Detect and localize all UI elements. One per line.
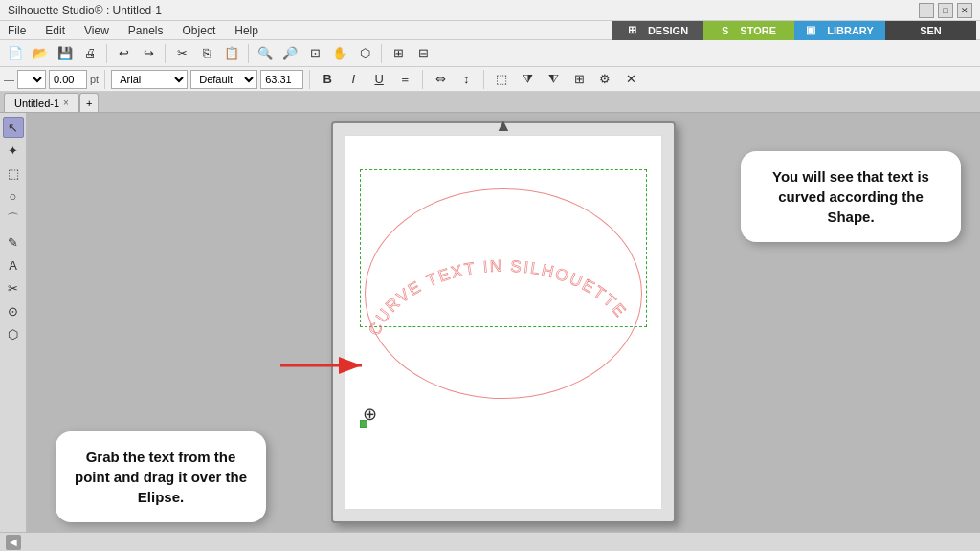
sep1 — [106, 44, 107, 63]
app-title: Silhouette Studio® : Untitled-1 — [8, 4, 919, 17]
sep4 — [381, 44, 382, 63]
tab-bar: Untitled-1 × + — [0, 92, 980, 113]
sep-t3 — [422, 70, 423, 89]
draw-tool[interactable]: ✎ — [3, 231, 24, 253]
align-button[interactable]: ≡ — [393, 68, 416, 91]
menu-edit[interactable]: Edit — [41, 24, 69, 37]
group-button[interactable]: ⊞ — [387, 42, 410, 65]
shape-tool[interactable]: ⬡ — [3, 323, 24, 344]
ellipse-tool[interactable]: ○ — [3, 186, 24, 207]
main-area: ↖ ✦ ⬚ ○ ⌒ ✎ A ✂ ⊙ ⬡ ▲ — [0, 113, 980, 532]
maximize-button[interactable]: □ — [938, 3, 953, 18]
replicate-button[interactable]: ⧨ — [542, 68, 565, 91]
title-bar: Silhouette Studio® : Untitled-1 – □ ✕ — [0, 0, 980, 21]
text-tool[interactable]: A — [3, 254, 24, 276]
style-selector[interactable]: Default — [190, 70, 257, 89]
hand-button[interactable]: ✋ — [328, 42, 351, 65]
tab-design[interactable]: ⊞ DESIGN — [612, 21, 703, 40]
add-icon: + — [86, 98, 92, 109]
curve-tool[interactable]: ⌒ — [3, 209, 24, 230]
print-button[interactable]: 🖨 — [78, 42, 101, 65]
menu-bar: File Edit View Panels Object Help ⊞ DESI… — [0, 21, 980, 40]
knife-button[interactable]: ⚙ — [593, 68, 616, 91]
sep2 — [165, 44, 166, 63]
scroll-left-button[interactable]: ◀ — [6, 535, 21, 550]
bubble-left-text: Grab the text from the point and drag it… — [75, 449, 247, 505]
fit-button[interactable]: ⊡ — [303, 42, 326, 65]
zoom-in-button[interactable]: 🔍 — [254, 42, 277, 65]
spacing-button[interactable]: ⇔ — [429, 68, 452, 91]
offset-button[interactable]: ↕ — [455, 68, 478, 91]
transform-button[interactable]: ⬚ — [490, 68, 513, 91]
fill-tool[interactable]: ⊙ — [3, 300, 24, 321]
cut-tool[interactable]: ✂ — [3, 277, 24, 298]
pt-field[interactable] — [49, 70, 87, 89]
font-selector[interactable]: Arial — [111, 70, 188, 89]
page-arrow-icon: ▲ — [495, 116, 512, 136]
undo-button[interactable]: ↩ — [112, 42, 135, 65]
delete-button[interactable]: ✕ — [619, 68, 642, 91]
sep-t2 — [309, 70, 310, 89]
right-tooltip-bubble: You will see that text is curved accordi… — [741, 151, 961, 242]
bubble-right-text: You will see that text is curved accordi… — [772, 168, 929, 225]
menu-help[interactable]: Help — [231, 24, 262, 37]
stack-button[interactable]: ⊞ — [568, 68, 590, 91]
italic-button[interactable]: I — [342, 68, 365, 91]
tab-title: Untitled-1 — [14, 98, 59, 109]
tab-library[interactable]: ▣ LIBRARY — [794, 21, 885, 40]
copy-button[interactable]: ⎘ — [195, 42, 218, 65]
canvas-area: ▲ CURVE TEXT IN SILHOUETTE — [27, 113, 980, 532]
status-bar: ◀ — [0, 532, 980, 551]
pt-label: pt — [90, 74, 99, 85]
sep-t4 — [483, 70, 484, 89]
zoom-out-button[interactable]: 🔎 — [278, 42, 301, 65]
stroke-dropdown[interactable] — [17, 70, 46, 89]
sep3 — [248, 44, 249, 63]
svg-text:CURVE TEXT IN SILHOUETTE: CURVE TEXT IN SILHOUETTE — [366, 257, 631, 339]
left-tooltip-bubble: Grab the text from the point and drag it… — [56, 431, 266, 522]
minimize-button[interactable]: – — [919, 3, 934, 18]
menu-file[interactable]: File — [4, 24, 30, 37]
node-tool[interactable]: ✦ — [3, 140, 24, 161]
menu-panels[interactable]: Panels — [124, 24, 167, 37]
bold-button[interactable]: B — [316, 68, 339, 91]
cut-button[interactable]: ✂ — [170, 42, 193, 65]
new-button[interactable]: 📄 — [4, 42, 27, 65]
document-page: ▲ CURVE TEXT IN SILHOUETTE — [331, 121, 676, 523]
open-button[interactable]: 📂 — [29, 42, 52, 65]
redo-button[interactable]: ↪ — [137, 42, 160, 65]
save-button[interactable]: 💾 — [54, 42, 77, 65]
font-size-field[interactable] — [260, 70, 303, 89]
sep-t1 — [104, 70, 105, 89]
tab-store[interactable]: S STORE — [703, 21, 794, 40]
left-tool-panel: ↖ ✦ ⬚ ○ ⌒ ✎ A ✂ ⊙ ⬡ — [0, 113, 27, 532]
paste-button[interactable]: 📋 — [220, 42, 243, 65]
arrow-svg — [276, 351, 371, 380]
menu-view[interactable]: View — [80, 24, 113, 37]
store-icon: S — [718, 25, 732, 36]
tab-send[interactable]: SEN — [885, 21, 976, 40]
pointer-button[interactable]: ⬡ — [353, 42, 376, 65]
handle-icon — [360, 420, 368, 428]
main-toolbar: 📄 📂 💾 🖨 ↩ ↪ ✂ ⎘ 📋 🔍 🔎 ⊡ ✋ ⬡ ⊞ ⊟ — [0, 40, 980, 67]
page-inner: CURVE TEXT IN SILHOUETTE ⊕ — [345, 135, 662, 510]
text-toolbar: — pt Arial Default B I U ≡ ⇔ ↕ ⬚ ⧩ ⧨ ⊞ ⚙… — [0, 67, 980, 92]
select-tool[interactable]: ↖ — [3, 117, 24, 138]
underline-button[interactable]: U — [368, 68, 390, 91]
design-icon: ⊞ — [624, 24, 640, 36]
add-tab-button[interactable]: + — [79, 93, 99, 112]
window-controls: – □ ✕ — [919, 3, 972, 18]
menu-object[interactable]: Object — [179, 24, 220, 37]
close-button[interactable]: ✕ — [957, 3, 972, 18]
red-arrow — [276, 351, 371, 380]
doc-tab[interactable]: Untitled-1 × — [4, 93, 79, 112]
ungroup-button[interactable]: ⊟ — [412, 42, 434, 65]
curved-text-svg: CURVE TEXT IN SILHOUETTE — [345, 136, 661, 509]
rect-tool[interactable]: ⬚ — [3, 163, 24, 184]
library-icon: ▣ — [802, 24, 819, 36]
tab-close-button[interactable]: × — [63, 98, 69, 108]
warp-button[interactable]: ⧩ — [516, 68, 539, 91]
line-icon: — — [4, 74, 14, 85]
